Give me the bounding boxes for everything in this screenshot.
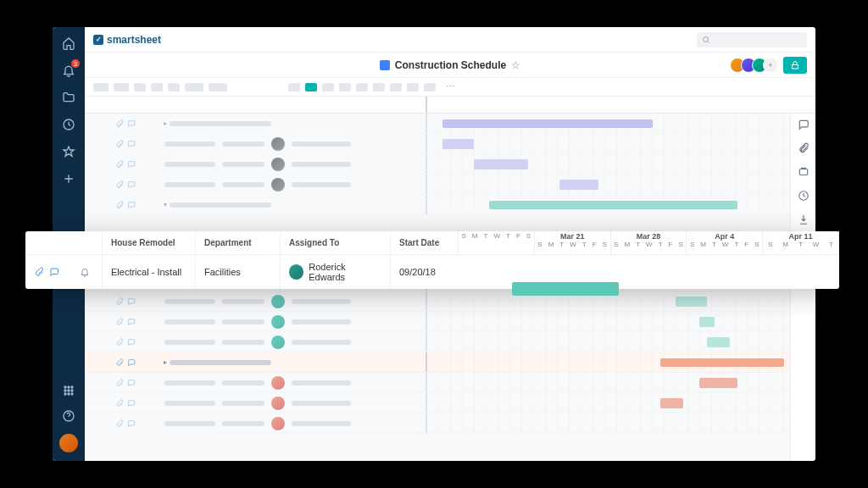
toolbar-item[interactable] xyxy=(322,83,334,92)
day-label: S xyxy=(537,241,542,248)
rr-attachments-icon[interactable] xyxy=(798,142,810,154)
svg-point-7 xyxy=(64,393,66,395)
toolbar-item[interactable] xyxy=(390,83,402,92)
toolbar-item[interactable] xyxy=(288,83,300,92)
toolbar-item[interactable] xyxy=(305,83,317,92)
share-button[interactable] xyxy=(783,57,807,74)
svg-point-4 xyxy=(64,390,66,391)
expand-toggle-icon[interactable]: ▸ xyxy=(161,358,170,367)
toolbar-item[interactable] xyxy=(134,83,146,92)
nav-home-icon[interactable] xyxy=(61,36,76,51)
col-header-date[interactable]: Start Date xyxy=(390,231,458,254)
task-row[interactable] xyxy=(85,134,815,154)
rr-comments-icon[interactable] xyxy=(798,119,810,130)
toolbar-item[interactable] xyxy=(339,83,351,92)
popout-data-row[interactable]: Electrical - Install Facilities Roderick… xyxy=(25,255,839,289)
toolbar-item[interactable] xyxy=(209,83,227,92)
toolbar-item[interactable] xyxy=(356,83,368,92)
rr-activity-icon[interactable] xyxy=(798,190,810,202)
row-reminder-icon[interactable] xyxy=(68,267,102,277)
favorite-star-icon[interactable]: ☆ xyxy=(511,59,520,71)
task-row[interactable] xyxy=(85,175,815,195)
nav-user-avatar[interactable] xyxy=(59,434,78,452)
row-meta-icons[interactable] xyxy=(85,297,144,306)
col-header-task[interactable]: House Remodel xyxy=(102,231,195,254)
col-header-dept[interactable]: Department xyxy=(195,231,280,254)
toolbar-item[interactable] xyxy=(151,83,163,92)
task-row[interactable] xyxy=(85,413,815,434)
gantt-bar[interactable] xyxy=(699,378,738,388)
toolbar-item[interactable] xyxy=(114,83,129,92)
gantt-bar[interactable] xyxy=(442,119,652,128)
task-row[interactable] xyxy=(85,393,815,413)
task-row[interactable] xyxy=(85,291,815,312)
sheet-title[interactable]: Construction Schedule ☆ xyxy=(380,59,520,71)
gantt-bar[interactable] xyxy=(707,337,730,347)
toolbar-item[interactable] xyxy=(407,83,419,92)
row-meta-icons[interactable] xyxy=(85,318,144,326)
day-label: M xyxy=(472,232,478,240)
nav-help-icon[interactable] xyxy=(61,408,76,424)
row-meta-icons[interactable] xyxy=(85,160,144,169)
gantt-bar[interactable] xyxy=(660,358,785,367)
toolbar-item[interactable] xyxy=(168,83,180,92)
row-meta-icons[interactable] xyxy=(85,379,144,387)
avatar-more[interactable]: + xyxy=(763,58,778,73)
row-meta-icons[interactable] xyxy=(85,358,144,367)
task-row[interactable] xyxy=(85,373,815,393)
nav-notifications-icon[interactable]: 3 xyxy=(61,63,76,78)
col-header-assigned[interactable]: Assigned To xyxy=(280,231,390,254)
nav-new-icon[interactable] xyxy=(61,171,76,186)
row-meta-icons[interactable] xyxy=(85,180,144,189)
popout-gantt-bar[interactable] xyxy=(512,282,619,296)
gantt-bar[interactable] xyxy=(474,159,528,169)
day-label: T xyxy=(484,232,488,240)
grid-gantt-divider[interactable] xyxy=(426,97,427,113)
toolbar-item[interactable] xyxy=(424,83,436,92)
rr-export-icon[interactable] xyxy=(798,214,810,225)
gantt-bar[interactable] xyxy=(442,139,474,149)
cell-assigned[interactable]: Roderick Edwards xyxy=(280,255,390,289)
cell-skeleton xyxy=(164,299,215,304)
nav-recent-icon[interactable] xyxy=(61,117,76,132)
gantt-bar[interactable] xyxy=(676,297,707,307)
row-attachment-comment-icons[interactable] xyxy=(25,267,68,277)
toolbar-item[interactable] xyxy=(185,83,203,92)
row-meta-icons[interactable] xyxy=(85,338,144,347)
title-row: Construction Schedule ☆ + xyxy=(85,53,815,78)
gantt-bar[interactable] xyxy=(489,201,737,209)
task-row[interactable] xyxy=(85,154,815,175)
collaborator-avatars[interactable]: + xyxy=(730,58,778,73)
cell-task[interactable]: Electrical - Install xyxy=(102,255,195,289)
gantt-bar[interactable] xyxy=(660,398,683,408)
toolbar-item[interactable] xyxy=(373,83,385,92)
summary-row[interactable]: ▸ xyxy=(85,114,815,134)
rr-proofs-icon[interactable] xyxy=(798,166,810,178)
cell-dept[interactable]: Facilities xyxy=(195,255,280,289)
gantt-bar[interactable] xyxy=(699,317,715,327)
summary-row[interactable]: ▾ xyxy=(85,195,815,215)
task-row[interactable] xyxy=(85,312,815,332)
gantt-bar[interactable] xyxy=(559,180,598,190)
toolbar-overflow-icon[interactable]: ⋯ xyxy=(446,81,455,92)
row-meta-icons[interactable] xyxy=(85,140,144,148)
search-input[interactable] xyxy=(697,32,807,47)
row-meta-icons[interactable] xyxy=(85,201,144,209)
expand-toggle-icon[interactable]: ▸ xyxy=(161,119,170,128)
row-meta-icons[interactable] xyxy=(85,399,144,408)
toolbar[interactable]: ⋯ xyxy=(85,78,815,97)
nav-favorites-icon[interactable] xyxy=(61,144,76,159)
nav-apps-icon[interactable] xyxy=(61,383,76,398)
cell-date[interactable]: 09/20/18 xyxy=(390,255,458,289)
summary-row[interactable]: ▸ xyxy=(85,352,815,373)
expand-toggle-icon[interactable]: ▾ xyxy=(161,201,170,209)
nav-folder-icon[interactable] xyxy=(61,90,76,105)
task-row[interactable] xyxy=(85,332,815,352)
gantt-cell xyxy=(426,352,815,372)
row-meta-icons[interactable] xyxy=(85,119,144,128)
cell-skeleton xyxy=(222,421,264,426)
toolbar-item[interactable] xyxy=(93,83,108,92)
cell-skeleton xyxy=(292,319,351,324)
day-label: M xyxy=(624,241,630,248)
row-meta-icons[interactable] xyxy=(85,419,144,428)
